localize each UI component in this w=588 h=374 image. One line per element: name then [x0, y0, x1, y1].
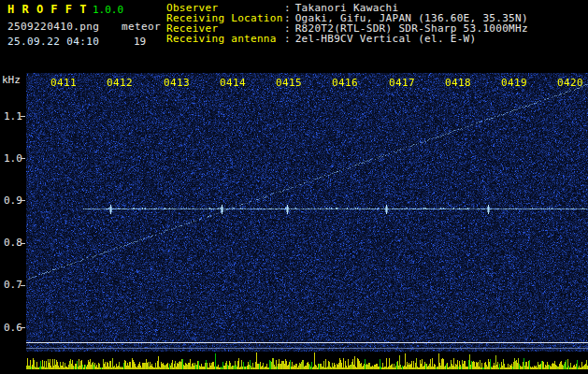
info-row-antenna: Receiving antenna:2el-HB9CV Vertical (el… — [166, 34, 528, 44]
y-tick-mark — [21, 158, 25, 159]
time-tick-label: 0414 — [220, 77, 246, 89]
app-version: 1.0.0 — [93, 4, 123, 16]
time-tick-label: 0411 — [50, 77, 77, 89]
y-tick-mark — [21, 285, 25, 286]
station-info-block: Observer:Takanori Kawachi Receiving Loca… — [166, 3, 528, 44]
freq-axis-unit: kHz — [2, 74, 21, 86]
info-value: 2el-HB9CV Vertical (el. E-W) — [295, 33, 477, 45]
time-tick-label: 0413 — [164, 77, 190, 89]
time-tick-label: 0420 — [557, 77, 583, 89]
time-tick-label: 0415 — [276, 77, 302, 89]
y-tick-label: 0.6 — [4, 322, 22, 334]
y-tick-mark — [21, 243, 25, 244]
y-tick-mark — [21, 327, 25, 328]
hrofft-screen: H R O F F T 1.0.0 2509220410.png meteor … — [0, 0, 588, 374]
time-tick-label: 0412 — [107, 77, 133, 89]
time-tick-label: 0416 — [332, 77, 358, 89]
y-tick-label: 1.0 — [4, 152, 22, 165]
info-colon: : — [284, 33, 291, 45]
time-tick-label: 0419 — [501, 77, 527, 89]
y-tick-mark — [21, 200, 25, 201]
time-tick-label: 0418 — [445, 77, 471, 89]
y-tick-label: 0.8 — [4, 237, 22, 249]
output-filename: 2509220410.png — [7, 21, 99, 33]
y-tick-label: 1.1 — [4, 110, 22, 122]
app-title: H R O F F T — [7, 3, 87, 16]
spectrogram-canvas — [26, 73, 588, 371]
time-tick-label: 0417 — [389, 77, 415, 89]
mode-label: meteor — [122, 21, 161, 33]
info-label: Receiving antenna — [166, 34, 284, 44]
meteor-count: 19 — [134, 36, 146, 48]
y-tick-label: 0.7 — [4, 279, 22, 291]
observation-datetime: 25.09.22 04:10 — [7, 36, 99, 48]
y-tick-label: 0.9 — [4, 194, 22, 207]
y-tick-mark — [21, 116, 25, 117]
